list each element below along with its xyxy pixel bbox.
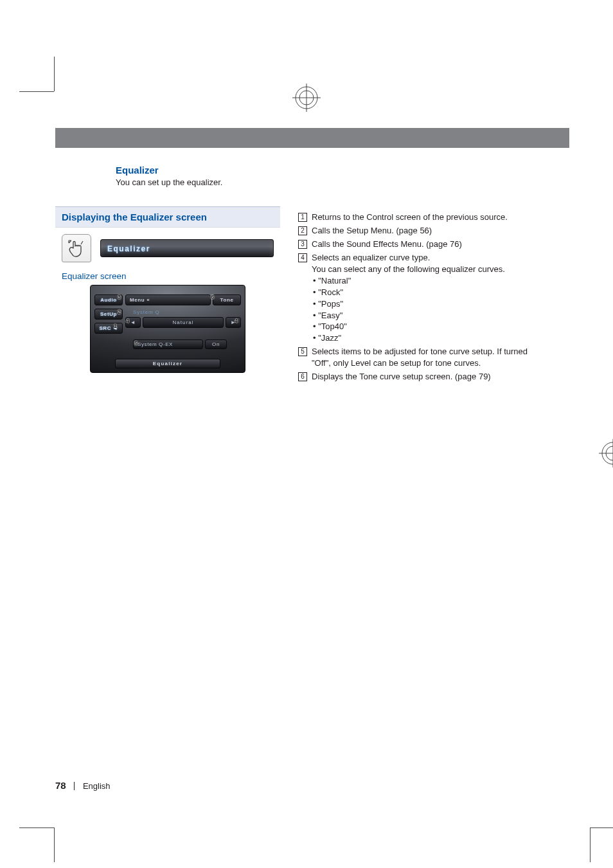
page-language: English [83,781,111,791]
callout-3: 3 [118,294,121,300]
description-text: Returns to the Control screen of the pre… [312,212,536,223]
menu-button[interactable]: Menu « [125,294,211,305]
description-item: 4Selects an equalizer curve type.You can… [298,252,536,345]
header-banner [55,128,569,148]
description-text: Displays the Tone curve setup screen. (p… [312,371,536,383]
page-number: 78 [55,780,66,791]
callout-5: 5 [134,340,138,347]
section-subtitle: You can set up the equalizer. [116,177,569,187]
screen-caption: Equalizer screen [62,271,274,281]
callout-2: 2 [118,309,121,315]
side-button-src[interactable]: SRC◄ [94,323,123,334]
description-item: 6Displays the Tone curve setup screen. (… [298,371,536,383]
touch-hand-icon [62,234,91,262]
callout-4-left: 4 [126,318,130,324]
callout-number-box: 5 [298,347,307,356]
section-title: Equalizer [116,165,569,176]
crop-mark [590,827,613,828]
callout-number-box: 4 [298,253,307,262]
callout-4-right: 4 [235,318,238,324]
callout-6: 6 [211,294,215,300]
registration-mark-top [292,84,321,112]
callout-number-box: 3 [298,240,307,249]
equalizer-menu-button-label: Equalizer [107,244,150,253]
page-footer: 78 English [55,780,111,791]
description-text: Selects an equalizer curve type.You can … [312,252,536,345]
callout-number-box: 1 [298,213,307,222]
system-q-label: System Q [133,309,160,315]
box-heading: Displaying the Equalizer screen [55,206,280,227]
callout-1: 1 [114,323,118,329]
screen-footer-label: Equalizer [115,359,220,368]
registration-mark-right [599,439,613,467]
crop-mark [19,91,54,92]
equalizer-menu-button[interactable]: Equalizer [100,239,274,257]
system-qex-value: On [205,339,227,349]
description-item: 5Selects items to be adjusted for tone c… [298,346,536,369]
description-item: 2Calls the Setup Menu. (page 56) [298,225,536,237]
crop-mark [19,827,54,828]
device-screen: Audio SetUp SRC◄ Menu « Tone System Q [90,285,245,373]
callout-number-box: 6 [298,372,307,381]
description-text: Calls the Setup Menu. (page 56) [312,225,536,237]
description-item: 3Calls the Sound Effects Menu. (page 76) [298,239,536,250]
tone-button[interactable]: Tone [213,294,241,305]
description-text: Selects items to be adjusted for tone cu… [312,346,536,369]
callout-number-box: 2 [298,226,307,235]
system-qex-button[interactable]: System Q-EX [133,339,203,349]
curve-value: Natural [143,317,224,328]
description-item: 1Returns to the Control screen of the pr… [298,212,536,223]
curve-next-button[interactable]: ► [226,317,241,328]
description-text: Calls the Sound Effects Menu. (page 76) [312,239,536,250]
